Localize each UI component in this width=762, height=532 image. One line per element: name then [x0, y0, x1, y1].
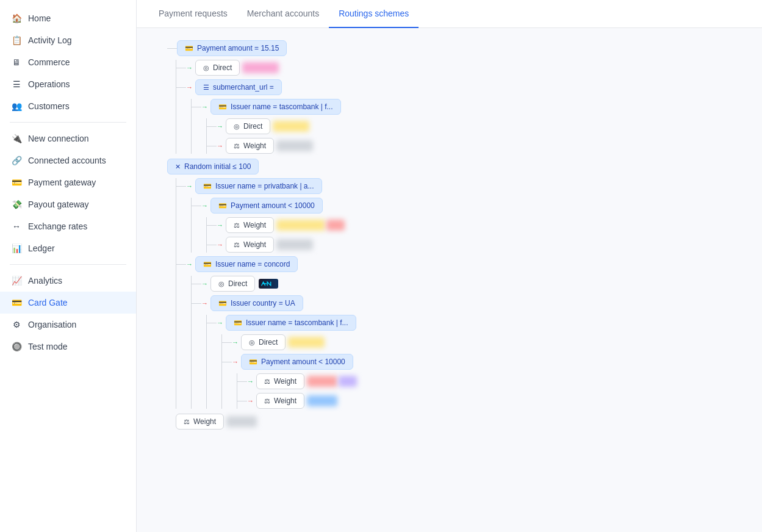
sidebar-label-payout-gateway: Payout gateway — [28, 200, 89, 209]
sidebar-icon-home: 🏠 — [11, 13, 22, 24]
sidebar-item-home[interactable]: 🏠 Home — [0, 7, 136, 29]
node-direct-2[interactable]: ◎ Direct — [226, 118, 270, 134]
node-direct-3[interactable]: ◎ Direct — [210, 276, 255, 292]
sidebar-label-connected-accounts: Connected accounts — [28, 156, 106, 165]
sidebar-icon-commerce: 🖥 — [11, 57, 22, 68]
blob-4b — [326, 220, 345, 231]
node-weight-3[interactable]: ⚖ Weight — [226, 237, 274, 253]
blob-7 — [307, 376, 337, 387]
sidebar-icon-operations: ☰ — [11, 79, 22, 90]
sidebar-item-activity-log[interactable]: 📋 Activity Log — [0, 29, 136, 51]
sidebar-icon-test-mode: 🔘 — [11, 341, 22, 352]
node-weight-2[interactable]: ⚖ Weight — [226, 217, 274, 233]
sidebar-item-organisation[interactable]: ⚙ Organisation — [0, 314, 136, 336]
sidebar-item-card-gate[interactable]: 💳 Card Gate — [0, 292, 136, 314]
routing-tree: 💳 Payment amount = 15.15 → ◎ Direct — [149, 40, 750, 528]
node-issuer-privatbank[interactable]: 💳 Issuer name = privatbank | a... — [195, 178, 322, 194]
tab-routing-schemes[interactable]: Routings schemes — [329, 0, 419, 28]
sidebar-item-test-mode[interactable]: 🔘 Test mode — [0, 336, 136, 358]
sidebar-icon-organisation: ⚙ — [11, 319, 22, 330]
sidebar-label-commerce: Commerce — [28, 57, 70, 67]
sidebar-label-new-connection: New connection — [28, 134, 89, 143]
sidebar-item-payment-gateway[interactable]: 💳 Payment gateway — [0, 171, 136, 193]
blob-3 — [276, 140, 313, 151]
sidebar-icon-analytics: 📈 — [11, 275, 22, 286]
blob-1 — [242, 62, 279, 73]
sidebar-label-operations: Operations — [28, 79, 70, 89]
blob-4 — [276, 220, 325, 231]
sidebar-label-analytics: Analytics — [28, 276, 62, 286]
sidebar-item-operations[interactable]: ☰ Operations — [0, 73, 136, 95]
node-weight-1[interactable]: ⚖ Weight — [226, 138, 274, 154]
sidebar-item-analytics[interactable]: 📈 Analytics — [0, 270, 136, 292]
sidebar-label-ledger: Ledger — [28, 243, 55, 253]
sidebar-label-payment-gateway: Payment gateway — [28, 178, 96, 187]
node-direct-1[interactable]: ◎ Direct — [195, 60, 240, 76]
sidebar-item-exchange-rates[interactable]: ↔ Exchange rates — [0, 215, 136, 237]
sidebar-label-home: Home — [28, 13, 51, 23]
node-issuer-tascom-2[interactable]: 💳 Issuer name = tascombank | f... — [226, 315, 356, 331]
tab-payment-requests[interactable]: Payment requests — [149, 0, 237, 28]
sidebar-icon-connected-accounts: 🔗 — [11, 155, 22, 166]
sidebar-item-commerce[interactable]: 🖥 Commerce — [0, 51, 136, 73]
tab-bar: Payment requestsMerchant accountsRouting… — [137, 0, 762, 28]
sidebar-icon-customers: 👥 — [11, 101, 22, 112]
main-content: Payment requestsMerchant accountsRouting… — [137, 0, 762, 532]
sidebar-item-customers[interactable]: 👥 Customers — [0, 95, 136, 117]
sidebar-label-card-gate: Card Gate — [28, 298, 68, 307]
sidebar-label-test-mode: Test mode — [28, 342, 68, 351]
sidebar-item-payout-gateway[interactable]: 💸 Payout gateway — [0, 193, 136, 215]
node-payment-amount-15[interactable]: 💳 Payment amount = 15.15 — [177, 40, 287, 56]
node-weight-4[interactable]: ⚖ Weight — [256, 373, 304, 389]
sidebar-icon-card-gate: 💳 — [11, 297, 22, 308]
sidebar-label-organisation: Organisation — [28, 320, 76, 329]
sidebar-item-connected-accounts[interactable]: 🔗 Connected accounts — [0, 149, 136, 171]
blob-7b — [339, 376, 357, 387]
sidebar-label-customers: Customers — [28, 101, 70, 111]
node-weight-6[interactable]: ⚖ Weight — [176, 414, 224, 430]
sidebar-item-new-connection[interactable]: 🔌 New connection — [0, 128, 136, 149]
sidebar-label-exchange-rates: Exchange rates — [28, 221, 87, 231]
sidebar-item-ledger[interactable]: 📊 Ledger — [0, 237, 136, 259]
blob-9 — [226, 416, 257, 427]
sidebar-icon-activity-log: 📋 — [11, 35, 22, 46]
sidebar-icon-payment-gateway: 💳 — [11, 177, 22, 188]
node-payment-amount-10000-1[interactable]: 💳 Payment amount < 10000 — [210, 198, 323, 214]
node-weight-5[interactable]: ⚖ Weight — [256, 393, 304, 409]
sidebar-label-activity-log: Activity Log — [28, 35, 72, 45]
sidebar-icon-ledger: 📊 — [11, 243, 22, 254]
tab-merchant-accounts[interactable]: Merchant accounts — [237, 0, 329, 28]
nuvei-logo — [259, 279, 278, 289]
sidebar-icon-new-connection: 🔌 — [11, 133, 22, 144]
node-random-initial[interactable]: ✕ Random initial ≤ 100 — [167, 159, 259, 174]
blob-2 — [273, 121, 309, 132]
blob-5 — [276, 239, 313, 250]
sidebar: 🏠 Home 📋 Activity Log 🖥 Commerce ☰ Opera… — [0, 0, 137, 532]
node-direct-4[interactable]: ◎ Direct — [241, 334, 286, 350]
sidebar-icon-payout-gateway: 💸 — [11, 199, 22, 210]
sidebar-icon-exchange-rates: ↔ — [11, 221, 22, 232]
blob-6 — [288, 337, 325, 348]
node-submerchant-url[interactable]: ☰ submerchant_url = — [195, 79, 282, 95]
routing-canvas[interactable]: 💳 Payment amount = 15.15 → ◎ Direct — [137, 28, 762, 532]
node-issuer-tascom-1[interactable]: 💳 Issuer name = tascombank | f... — [210, 99, 341, 115]
node-payment-amount-10000-2[interactable]: 💳 Payment amount < 10000 — [241, 354, 353, 370]
node-issuer-concord[interactable]: 💳 Issuer name = concord — [195, 256, 298, 272]
blob-8 — [307, 395, 337, 406]
node-issuer-country-ua[interactable]: 💳 Issuer country = UA — [210, 295, 303, 311]
